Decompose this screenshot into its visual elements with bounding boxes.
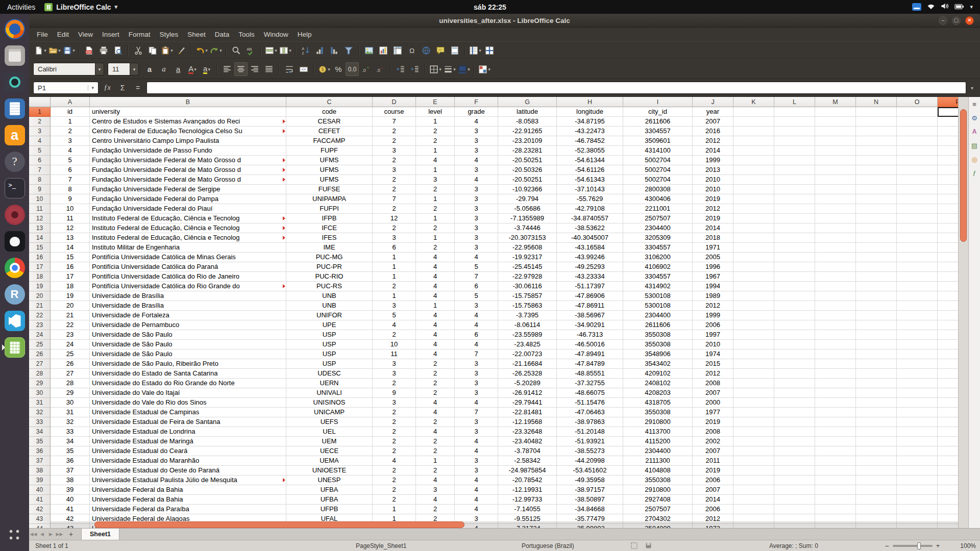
cell-C42[interactable]: UFPB <box>286 505 373 514</box>
cell-P30[interactable] <box>938 388 958 398</box>
cell-B2[interactable]: Centro de Estudos e Sistemas Avançados d… <box>90 117 286 127</box>
cell-B34[interactable]: Universidade Estadual de Londrina <box>90 427 286 437</box>
cell-M27[interactable] <box>815 359 856 369</box>
cell-N7[interactable] <box>856 165 897 175</box>
row-header-6[interactable]: 6 <box>29 156 51 165</box>
cell-A33[interactable]: 32 <box>51 417 90 427</box>
cell-F37[interactable]: 3 <box>455 456 498 466</box>
cell-N33[interactable] <box>856 417 897 427</box>
cell-D16[interactable]: 1 <box>373 253 416 262</box>
sort-button[interactable]: AZ <box>299 43 313 57</box>
cell-O34[interactable] <box>897 427 938 437</box>
cell-P3[interactable] <box>938 127 958 136</box>
cell-E33[interactable]: 2 <box>416 417 455 427</box>
cell-O25[interactable] <box>897 340 938 349</box>
menu-view[interactable]: View <box>74 28 97 41</box>
cell-N40[interactable] <box>856 485 897 495</box>
row-header-42[interactable]: 42 <box>29 505 51 514</box>
cell-E25[interactable]: 4 <box>416 340 455 349</box>
cell-F8[interactable]: 4 <box>455 175 498 185</box>
cell-F40[interactable]: 4 <box>455 485 498 495</box>
cell-N13[interactable] <box>856 223 897 233</box>
cell-M42[interactable] <box>815 505 856 514</box>
cell-C29[interactable]: UERN <box>286 379 373 388</box>
cell-M15[interactable] <box>815 243 856 253</box>
cell-A17[interactable]: 16 <box>51 262 90 272</box>
cell-M36[interactable] <box>815 446 856 456</box>
menu-styles[interactable]: Styles <box>155 28 183 41</box>
cell-M8[interactable] <box>815 175 856 185</box>
cell-A28[interactable]: 27 <box>51 369 90 379</box>
cell-B38[interactable]: Universidade Estadual do Oeste do Paraná <box>90 466 286 475</box>
row-header-28[interactable]: 28 <box>29 369 51 379</box>
format-number-button[interactable]: 0.0 <box>346 62 359 76</box>
open-file-button[interactable]: ▾ <box>47 43 62 57</box>
cell-K37[interactable] <box>733 456 774 466</box>
cell-G32[interactable]: -22.81481 <box>498 408 557 417</box>
cell-J35[interactable]: 2002 <box>693 437 733 446</box>
cell-G16[interactable]: -19.92317 <box>498 253 557 262</box>
clone-formatting-button[interactable] <box>174 43 188 57</box>
row-header-33[interactable]: 33 <box>29 417 51 427</box>
cell-C16[interactable]: PUC-MG <box>286 253 373 262</box>
cell-G41[interactable]: -12.99733 <box>498 495 557 505</box>
cell-B26[interactable]: Universidade de São Paulo <box>90 349 286 359</box>
cell-B7[interactable]: Fundação Universidade Federal de Mato Gr… <box>90 165 286 175</box>
cell-I19[interactable]: 4314902 <box>623 282 693 291</box>
cell-A3[interactable]: 2 <box>51 127 90 136</box>
cell-C23[interactable]: UPE <box>286 320 373 330</box>
cell-B32[interactable]: Universidade Estadual de Campinas <box>90 408 286 417</box>
cell-K41[interactable] <box>733 495 774 505</box>
cell-M13[interactable] <box>815 223 856 233</box>
cell-L27[interactable] <box>774 359 815 369</box>
cell-J26[interactable]: 1974 <box>693 349 733 359</box>
cell-D29[interactable]: 2 <box>373 379 416 388</box>
cell-P28[interactable] <box>938 369 958 379</box>
insert-column-button[interactable]: ▾ <box>278 43 292 57</box>
cell-B17[interactable]: Pontifícia Universidade Católica do Para… <box>90 262 286 272</box>
cell-C30[interactable]: UNIVALI <box>286 388 373 398</box>
cell-I34[interactable]: 4113700 <box>623 427 693 437</box>
cell-O37[interactable] <box>897 456 938 466</box>
format-currency-button[interactable]: $▾ <box>317 62 331 76</box>
cell-J33[interactable]: 2019 <box>693 417 733 427</box>
cell-K31[interactable] <box>733 398 774 408</box>
cell-M41[interactable] <box>815 495 856 505</box>
cell-P37[interactable] <box>938 456 958 466</box>
row-header-4[interactable]: 4 <box>29 136 51 146</box>
cell-E40[interactable]: 3 <box>416 485 455 495</box>
cell-K38[interactable] <box>733 466 774 475</box>
cell-C37[interactable]: UEMA <box>286 456 373 466</box>
cell-P24[interactable] <box>938 330 958 340</box>
cell-E41[interactable]: 4 <box>416 495 455 505</box>
menu-edit[interactable]: Edit <box>53 28 74 41</box>
cell-A14[interactable]: 13 <box>51 233 90 243</box>
column-header-N[interactable]: N <box>856 97 897 107</box>
cell-J7[interactable]: 2013 <box>693 165 733 175</box>
cell-F20[interactable]: 5 <box>455 291 498 301</box>
cell-F14[interactable]: 3 <box>455 233 498 243</box>
minimize-button[interactable]: – <box>939 16 947 25</box>
cell-K1[interactable] <box>733 107 774 117</box>
cell-C12[interactable]: IFPB <box>286 214 373 223</box>
cell-G11[interactable]: -5.05686 <box>498 204 557 214</box>
cell-B14[interactable]: Instituto Federal de Educação, Ciência e… <box>90 233 286 243</box>
row-header-38[interactable]: 38 <box>29 466 51 475</box>
cell-K35[interactable] <box>733 437 774 446</box>
insert-hyperlink-button[interactable] <box>419 43 433 57</box>
cell-L9[interactable] <box>774 185 815 194</box>
cell-H1[interactable]: longitude <box>557 107 623 117</box>
cell-B3[interactable]: Centro Federal de Educação Tecnológica C… <box>90 127 286 136</box>
row-header-2[interactable]: 2 <box>29 117 51 127</box>
cell-P16[interactable] <box>938 253 958 262</box>
cell-D24[interactable]: 2 <box>373 330 416 340</box>
cell-J30[interactable]: 2007 <box>693 388 733 398</box>
launcher-item-libreoffice-calc[interactable] <box>2 335 28 360</box>
cell-C31[interactable]: UNISINOS <box>286 398 373 408</box>
menu-tools[interactable]: Tools <box>234 28 259 41</box>
cell-G23[interactable]: -8.06114 <box>498 320 557 330</box>
cell-G14[interactable]: -20.3073153 <box>498 233 557 243</box>
row-header-34[interactable]: 34 <box>29 427 51 437</box>
cell-C4[interactable]: FACCAMP <box>286 136 373 146</box>
cell-C21[interactable]: UNB <box>286 301 373 311</box>
